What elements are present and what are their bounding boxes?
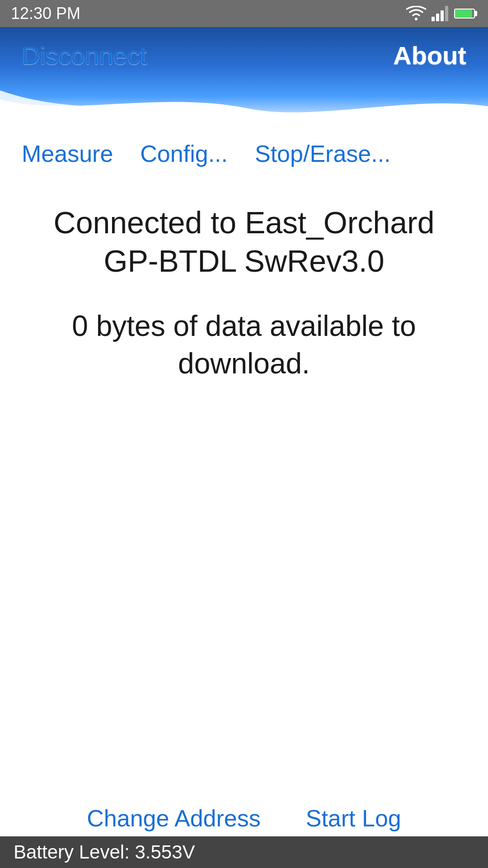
config-button[interactable]: Config... — [140, 140, 228, 167]
header: Disconnect About — [0, 27, 488, 127]
wave-overlay — [0, 90, 488, 127]
status-icons — [406, 6, 477, 21]
page: 12:30 PM — [0, 0, 488, 868]
signal-icon — [432, 6, 449, 21]
toolbar: Measure Config... Stop/Erase... — [0, 127, 488, 167]
data-available-text: 0 bytes of data available to download. — [27, 307, 461, 382]
battery-footer: Battery Level: 3.553V — [0, 836, 488, 868]
measure-button[interactable]: Measure — [22, 140, 113, 167]
battery-level-text: Battery Level: 3.553V — [14, 841, 195, 863]
svg-rect-3 — [441, 10, 444, 21]
main-content: Connected to East_Orchard GP-BTDL SwRev3… — [0, 167, 488, 868]
header-content: Disconnect About — [0, 27, 488, 70]
svg-point-0 — [415, 18, 418, 20]
about-button[interactable]: About — [393, 41, 466, 70]
status-bar: 12:30 PM — [0, 0, 488, 27]
status-time: 12:30 PM — [11, 4, 80, 23]
disconnect-button[interactable]: Disconnect — [22, 41, 147, 70]
change-address-button[interactable]: Change Address — [87, 805, 261, 832]
bottom-bar: Change Address Start Log — [0, 805, 488, 832]
svg-rect-1 — [432, 17, 435, 21]
wifi-icon — [406, 6, 426, 21]
stop-erase-button[interactable]: Stop/Erase... — [255, 140, 391, 167]
battery-icon — [454, 9, 477, 19]
svg-rect-2 — [436, 14, 439, 21]
connection-text: Connected to East_Orchard GP-BTDL SwRev3… — [27, 203, 461, 280]
svg-rect-4 — [445, 6, 448, 21]
start-log-button[interactable]: Start Log — [306, 805, 401, 832]
